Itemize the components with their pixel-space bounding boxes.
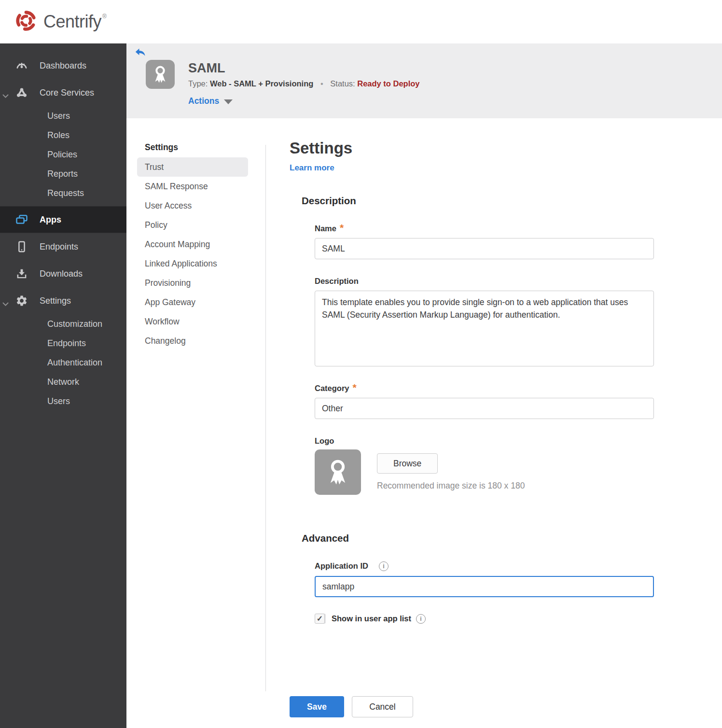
- vertical-divider: [265, 145, 266, 691]
- type-value: Web - SAML + Provisioning: [210, 79, 313, 88]
- status-badge: Ready to Deploy: [357, 79, 419, 88]
- chevron-down-icon: [2, 91, 9, 101]
- sidebar-item-settings[interactable]: Settings: [0, 287, 126, 314]
- app-meta-line: Type: Web - SAML + Provisioning • Status…: [188, 79, 420, 88]
- status-label: Status:: [330, 79, 355, 88]
- core-services-icon: [15, 86, 28, 99]
- subnav-item-changelog[interactable]: Changelog: [137, 331, 248, 350]
- sidebar-item-dashboards[interactable]: Dashboards: [0, 52, 126, 79]
- sidebar-item-label: Endpoints: [40, 242, 78, 252]
- back-arrow-icon[interactable]: [134, 47, 147, 59]
- brand-name: Centrify: [43, 9, 101, 34]
- info-icon[interactable]: i: [379, 561, 389, 571]
- cancel-button[interactable]: Cancel: [352, 696, 413, 717]
- show-in-user-app-list-label: Show in user app list: [332, 614, 411, 623]
- description-field[interactable]: This template enables you to provide sin…: [315, 291, 654, 366]
- mobile-device-icon: [15, 240, 28, 253]
- subnav-item-trust[interactable]: Trust: [137, 157, 248, 177]
- sidebar-item-label: Settings: [40, 296, 71, 306]
- logo-preview-ribbon-icon: [315, 449, 361, 495]
- section-title: Settings: [290, 139, 722, 157]
- sidebar-item-label: Dashboards: [40, 61, 86, 71]
- subnav-item-workflow[interactable]: Workflow: [137, 312, 248, 331]
- name-field[interactable]: [315, 238, 654, 259]
- gauge-icon: [15, 59, 28, 72]
- description-section-header: Description: [302, 195, 722, 207]
- subnav-item-policy[interactable]: Policy: [137, 215, 248, 235]
- page-title: SAML: [188, 60, 420, 76]
- subnav-header: Settings: [126, 142, 265, 153]
- subnav-item-provisioning[interactable]: Provisioning: [137, 273, 248, 293]
- centrify-swirl-icon: [14, 9, 38, 32]
- sidebar-item-authentication[interactable]: Authentication: [0, 353, 126, 372]
- chevron-down-icon: [2, 299, 9, 309]
- actions-label: Actions: [188, 96, 219, 106]
- required-asterisk: *: [353, 384, 357, 391]
- sidebar-item-label: Apps: [40, 215, 61, 225]
- application-id-label: Application ID i: [315, 561, 722, 571]
- sidebar-item-downloads[interactable]: Downloads: [0, 260, 126, 287]
- save-button[interactable]: Save: [290, 696, 344, 717]
- required-asterisk: *: [340, 224, 344, 231]
- learn-more-link[interactable]: Learn more: [290, 163, 334, 173]
- download-icon: [15, 267, 28, 280]
- top-bar: Centrify ®: [0, 0, 722, 43]
- sidebar-item-reports[interactable]: Reports: [0, 164, 126, 183]
- apps-icon: [15, 213, 28, 226]
- info-icon[interactable]: i: [416, 614, 426, 624]
- subnav-item-linked-applications[interactable]: Linked Applications: [137, 254, 248, 273]
- sidebar-item-label: Core Services: [40, 88, 94, 98]
- centrify-logo: Centrify ®: [14, 9, 107, 34]
- sidebar-item-network[interactable]: Network: [0, 372, 126, 392]
- sidebar-item-policies[interactable]: Policies: [0, 145, 126, 164]
- sidebar-item-apps[interactable]: Apps: [0, 206, 126, 233]
- category-field[interactable]: [315, 398, 654, 419]
- advanced-section-header: Advanced: [302, 532, 722, 544]
- settings-form: Settings Learn more Description Name * D…: [265, 118, 722, 728]
- name-label: Name *: [315, 224, 722, 233]
- sidebar-item-core-services[interactable]: Core Services: [0, 79, 126, 106]
- sidebar-item-label: Downloads: [40, 269, 83, 279]
- actions-dropdown[interactable]: Actions: [188, 96, 420, 106]
- application-id-field[interactable]: [315, 576, 654, 597]
- main-sidebar: Dashboards Core Services Users Roles Pol…: [0, 43, 126, 728]
- subnav-item-user-access[interactable]: User Access: [137, 196, 248, 215]
- subnav-item-app-gateway[interactable]: App Gateway: [137, 293, 248, 312]
- sidebar-item-customization[interactable]: Customization: [0, 314, 126, 334]
- gear-icon: [15, 294, 28, 307]
- sidebar-item-settings-endpoints[interactable]: Endpoints: [0, 334, 126, 353]
- category-label: Category *: [315, 384, 722, 393]
- logo-label: Logo: [315, 436, 722, 446]
- type-label: Type:: [188, 79, 208, 88]
- logo-size-hint: Recommended image size is 180 x 180: [377, 481, 525, 491]
- browse-button[interactable]: Browse: [377, 453, 438, 474]
- app-logo-ribbon-icon: [146, 60, 175, 89]
- settings-subnav: Settings Trust SAML Response User Access…: [126, 118, 265, 728]
- subnav-item-account-mapping[interactable]: Account Mapping: [137, 235, 248, 254]
- sidebar-item-endpoints[interactable]: Endpoints: [0, 233, 126, 260]
- app-header: SAML Type: Web - SAML + Provisioning • S…: [126, 43, 722, 118]
- subnav-item-saml-response[interactable]: SAML Response: [137, 177, 248, 196]
- check-icon: ✓: [317, 615, 323, 623]
- caret-down-icon: [224, 99, 233, 104]
- show-in-user-app-list-checkbox[interactable]: ✓: [315, 614, 325, 624]
- sidebar-item-requests[interactable]: Requests: [0, 183, 126, 203]
- sidebar-item-roles[interactable]: Roles: [0, 126, 126, 145]
- description-label: Description: [315, 277, 722, 286]
- registered-mark: ®: [102, 13, 107, 20]
- sidebar-item-users[interactable]: Users: [0, 106, 126, 126]
- sidebar-item-settings-users[interactable]: Users: [0, 392, 126, 411]
- bullet-separator: •: [320, 79, 323, 88]
